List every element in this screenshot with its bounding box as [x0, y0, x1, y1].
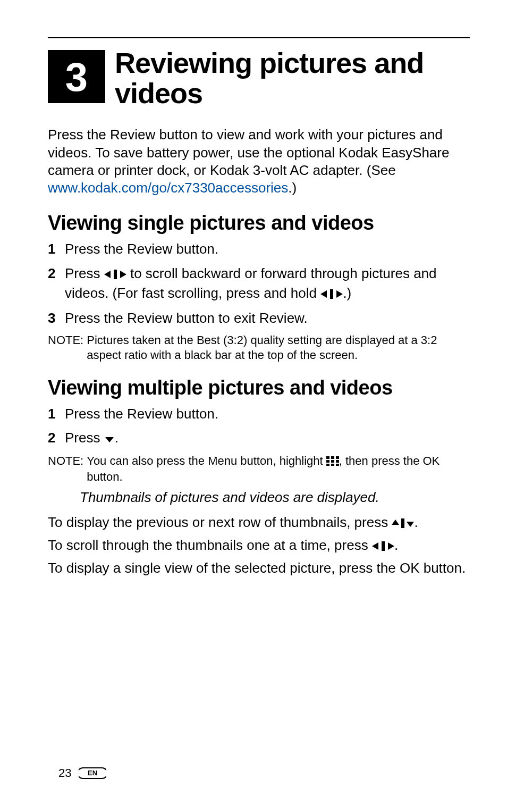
note-multiple: NOTE: You can also press the Menu button… [48, 454, 470, 484]
svg-marker-2 [120, 271, 126, 278]
top-rule [48, 37, 470, 38]
svg-marker-5 [336, 290, 343, 298]
step-item: 2 Press . [48, 429, 470, 448]
step-item: 1 Press the Review button. [48, 240, 470, 258]
steps-list-single: 1 Press the Review button. 2 Press to sc… [48, 240, 470, 327]
svg-rect-4 [330, 289, 333, 299]
step-number: 1 [48, 405, 65, 423]
step-text: Press . [65, 429, 470, 448]
svg-rect-13 [326, 464, 329, 466]
chapter-header: 3 Reviewing pictures and videos [48, 48, 470, 108]
page-footer: 23 EN [58, 766, 106, 780]
step-text: Press to scroll backward or forward thro… [65, 264, 470, 304]
p1-b: . [414, 514, 418, 530]
emphasis-text: Thumbnails of pictures and videos are di… [80, 488, 470, 507]
thumbnail-grid-icon [326, 455, 339, 470]
left-right-arrows-icon [320, 285, 343, 304]
svg-rect-7 [326, 456, 329, 459]
step-number: 1 [48, 240, 65, 258]
svg-rect-14 [331, 464, 334, 466]
step-item: 1 Press the Review button. [48, 405, 470, 423]
step-text: Press the Review button. [65, 405, 470, 423]
language-badge: EN [79, 767, 106, 780]
svg-marker-19 [372, 542, 378, 550]
p2-a: To scroll through the thumbnails one at … [48, 537, 372, 553]
svg-marker-21 [388, 542, 394, 550]
paragraph: To display a single view of the selected… [48, 559, 470, 577]
note-body: Pictures taken at the Best (3:2) quality… [87, 333, 470, 363]
language-code: EN [88, 769, 97, 777]
down-arrow-icon [104, 430, 115, 448]
note-single: NOTE: Pictures taken at the Best (3:2) q… [48, 333, 470, 363]
step2m-text-a: Press [65, 430, 104, 446]
step-number: 2 [48, 429, 65, 448]
intro-paragraph: Press the Review button to view and work… [48, 126, 470, 197]
accessories-link[interactable]: www.kodak.com/go/cx7330accessories [48, 180, 288, 196]
svg-rect-20 [382, 541, 385, 551]
svg-marker-0 [104, 271, 111, 278]
svg-marker-16 [392, 520, 399, 525]
intro-text-2: .) [288, 180, 297, 196]
svg-marker-18 [407, 522, 414, 527]
chapter-number-box: 3 [48, 50, 105, 103]
svg-rect-17 [401, 518, 404, 528]
step-item: 3 Press the Review button to exit Review… [48, 309, 470, 328]
svg-marker-6 [105, 437, 114, 442]
step2-text-c: .) [343, 285, 351, 301]
note-text-a: You can also press the Menu button, high… [87, 454, 326, 467]
step-item: 2 Press to scroll backward or forward th… [48, 264, 470, 304]
left-right-arrows-icon [104, 265, 126, 284]
svg-marker-3 [320, 290, 327, 298]
step-text: Press the Review button. [65, 240, 470, 258]
p1-a: To display the previous or next row of t… [48, 514, 392, 530]
left-right-arrows-icon [372, 537, 394, 556]
chapter-title: Reviewing pictures and videos [115, 48, 470, 108]
step-number: 3 [48, 309, 65, 328]
chapter-number: 3 [65, 54, 88, 100]
step2m-text-b: . [115, 430, 119, 446]
svg-rect-8 [331, 456, 334, 459]
step-text: Press the Review button to exit Review. [65, 309, 470, 328]
svg-rect-11 [331, 460, 334, 463]
intro-text-1: Press the Review button to view and work… [48, 127, 449, 178]
p2-b: . [394, 537, 398, 553]
svg-rect-10 [326, 460, 329, 463]
note-body: You can also press the Menu button, high… [87, 454, 470, 484]
page-number: 23 [58, 766, 71, 780]
step2-text-a: Press [65, 265, 104, 281]
steps-list-multiple: 1 Press the Review button. 2 Press . [48, 405, 470, 448]
paragraph: To scroll through the thumbnails one at … [48, 536, 470, 556]
section-heading-multiple: Viewing multiple pictures and videos [48, 376, 470, 399]
step-number: 2 [48, 264, 65, 304]
svg-rect-1 [114, 270, 117, 279]
section-heading-single: Viewing single pictures and videos [48, 212, 470, 235]
up-down-arrows-icon [392, 514, 414, 533]
note-label: NOTE: [48, 333, 87, 363]
paragraph: To display the previous or next row of t… [48, 513, 470, 533]
note-label: NOTE: [48, 454, 87, 484]
